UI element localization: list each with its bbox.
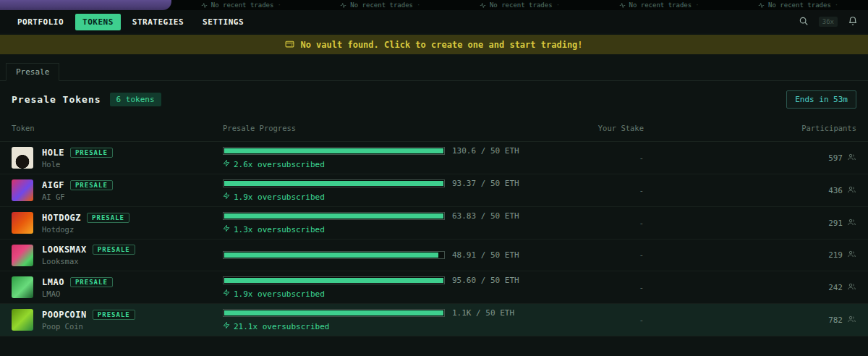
token-count-badge: 6 tokens: [110, 93, 161, 106]
participants-cell: 782: [644, 315, 856, 326]
table-row[interactable]: LOOKSMAX PRESALE Looksmax 48.91 / 50 ETH: [0, 240, 868, 271]
zap-icon: [223, 321, 230, 331]
token-avatar: [12, 179, 33, 201]
zap-icon: [223, 159, 230, 169]
search-icon: [799, 16, 809, 28]
token-name: Hole: [42, 160, 113, 169]
ticker-separator: ·: [556, 1, 560, 9]
stake-value: -: [540, 153, 644, 163]
progress-cell: 93.37 / 50 ETH 1.9x oversubscribed: [223, 179, 540, 202]
logo-banner: [0, 0, 171, 10]
stake-value: -: [540, 219, 644, 228]
ticker-item: No recent trades ·: [758, 1, 838, 9]
oversubscribed-line: 1.9x oversubscribed: [223, 192, 540, 202]
token-avatar: [12, 309, 33, 331]
presale-badge: PRESALE: [93, 245, 135, 255]
progress-cell: 130.6 / 50 ETH 2.6x oversubscribed: [223, 146, 540, 169]
tab-bar: Presale: [0, 62, 868, 81]
progress-bar: [223, 147, 445, 155]
oversubscribed-text: 21.1x oversubscribed: [234, 322, 329, 331]
participants-count: 219: [828, 250, 843, 260]
stake-value: -: [540, 186, 644, 195]
activity-icon: [758, 2, 765, 9]
stake-value: -: [540, 283, 644, 292]
ticker-item-label: No recent trades: [211, 1, 274, 9]
participants-cell: 219: [644, 250, 856, 260]
participants-count: 291: [828, 219, 843, 228]
progress-cell: 48.91 / 50 ETH: [223, 250, 540, 260]
token-avatar: [12, 276, 33, 298]
nav-button[interactable]: STRATEGIES: [125, 14, 191, 30]
progress-bar-fill: [224, 181, 443, 186]
progress-bar: [223, 309, 445, 317]
progress-bar-fill: [224, 310, 443, 315]
oversubscribed-line: 2.6x oversubscribed: [223, 159, 540, 169]
progress-bar: [223, 212, 445, 220]
table-row[interactable]: POOPCOIN PRESALE Poop Coin 1.1K / 50 ETH: [0, 304, 868, 336]
nav-items: PORTFOLIO TOKENS STRATEGIES SETTINGS: [10, 14, 251, 30]
token-cell: LMAO PRESALE LMAO: [12, 276, 223, 298]
nav-button[interactable]: TOKENS: [75, 14, 121, 30]
participants-count: 436: [828, 186, 843, 195]
participants-icon: [847, 218, 856, 229]
ticker-item-label: No recent trades: [768, 1, 831, 9]
participants-cell: 436: [644, 185, 856, 196]
bell-icon: [848, 16, 858, 28]
oversubscribed-line: 1.3x oversubscribed: [223, 224, 540, 234]
ticker-item: No recent trades ·: [340, 1, 420, 9]
progress-value: 48.91 / 50 ETH: [452, 250, 519, 260]
oversubscribed-text: 1.9x oversubscribed: [234, 289, 325, 299]
progress-bar-fill: [224, 148, 443, 153]
vault-banner[interactable]: No vault found. Click to create one and …: [0, 35, 868, 54]
ticker-item-label: No recent trades: [629, 1, 692, 9]
presale-badge: PRESALE: [87, 213, 129, 223]
oversubscribed-line: 21.1x oversubscribed: [223, 321, 540, 331]
column-header-stake: Your Stake: [540, 124, 644, 132]
participants-cell: 242: [644, 282, 856, 293]
nav-button[interactable]: PORTFOLIO: [10, 14, 71, 30]
ticker-item-label: No recent trades: [350, 1, 413, 9]
progress-value: 95.60 / 50 ETH: [452, 276, 519, 285]
zap-icon: [223, 192, 230, 202]
ticker-separator: ·: [835, 1, 838, 9]
progress-value: 130.6 / 50 ETH: [452, 146, 519, 156]
oversubscribed-text: 1.3x oversubscribed: [234, 225, 325, 234]
ticker-item-label: No recent trades: [490, 1, 553, 9]
participants-count: 782: [828, 315, 843, 325]
progress-cell: 63.83 / 50 ETH 1.3x oversubscribed: [223, 211, 540, 234]
table-row[interactable]: HOLE PRESALE Hole 130.6 / 50 ETH: [0, 142, 868, 174]
token-name: Looksmax: [42, 257, 135, 266]
token-cell: HOTDOGZ PRESALE Hotdogz: [12, 212, 223, 234]
token-symbol: POOPCOIN: [42, 310, 87, 320]
token-symbol: HOLE: [42, 148, 64, 158]
participants-icon: [847, 315, 856, 326]
token-cell: POOPCOIN PRESALE Poop Coin: [12, 309, 223, 331]
nav-bar: PORTFOLIO TOKENS STRATEGIES SETTINGS 36x: [0, 10, 868, 33]
participants-icon: [847, 185, 856, 196]
token-cell: HOLE PRESALE Hole: [12, 147, 223, 169]
zap-icon: [223, 224, 230, 234]
token-cell: AIGF PRESALE AI GF: [12, 179, 223, 201]
table-row[interactable]: LMAO PRESALE LMAO 95.60 / 50 ETH: [0, 271, 868, 304]
stake-value: -: [540, 315, 644, 325]
ticker-separator: ·: [277, 1, 281, 9]
notifications-button[interactable]: [848, 16, 858, 28]
progress-value: 1.1K / 50 ETH: [452, 308, 514, 318]
tab-presale[interactable]: Presale: [6, 63, 59, 81]
participants-count: 597: [828, 153, 843, 163]
nav-right: 36x: [799, 16, 858, 28]
token-name: Hotdogz: [42, 225, 129, 234]
table-row[interactable]: AIGF PRESALE AI GF 93.37 / 50 ETH: [0, 174, 868, 207]
column-header-participants: Participants: [644, 124, 856, 132]
column-header-progress: Presale Progress: [223, 124, 540, 132]
token-symbol: HOTDOGZ: [42, 213, 81, 223]
search-button[interactable]: [799, 16, 809, 28]
nav-button[interactable]: SETTINGS: [195, 14, 251, 30]
activity-icon: [619, 2, 626, 9]
progress-bar-fill: [224, 278, 443, 283]
table-row[interactable]: HOTDOGZ PRESALE Hotdogz 63.83 / 50 ETH: [0, 207, 868, 240]
token-symbol: LOOKSMAX: [42, 245, 87, 255]
zap-icon: [223, 289, 230, 299]
token-avatar: [12, 212, 33, 234]
presale-badge: PRESALE: [70, 148, 113, 158]
